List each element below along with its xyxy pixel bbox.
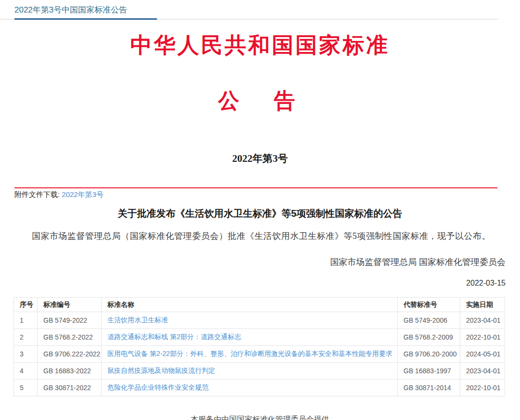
standard-name-link[interactable]: 鼠疫自然疫源地及动物鼠疫流行判定	[107, 367, 215, 374]
cell-name: 生活饮用水卫生标准	[102, 312, 398, 329]
table-row: 5 GB 30871-2022 危险化学品企业特殊作业安全规范 GB 30871…	[14, 380, 505, 396]
cell-index: 2	[14, 329, 38, 346]
col-header-index: 序号	[14, 298, 38, 312]
cell-index: 3	[14, 346, 38, 363]
cell-name: 危险化学品企业特殊作业安全规范	[102, 380, 398, 396]
col-header-replaces: 代替标准号	[398, 298, 460, 312]
announcement-signature: 国家市场监督管理总局 国家标准化管理委员会	[0, 256, 506, 268]
cell-index: 1	[14, 312, 38, 329]
cell-effective: 2024-05-01	[460, 346, 505, 363]
attachment-download-link[interactable]: 2022年第3号	[62, 190, 104, 198]
cell-index: 4	[14, 363, 38, 380]
service-provider-note: 本服务由中国国家标准化管理委员会提供	[0, 415, 520, 420]
table-row: 2 GB 5768.2-2022 道路交通标志和标线 第2部分：道路交通标志 G…	[14, 329, 505, 346]
cell-effective: 2022-10-01	[460, 380, 505, 396]
cell-replaces: GB 5768.2-2009	[398, 329, 460, 346]
cell-replaces: GB 5749-2006	[398, 312, 460, 329]
standard-name-link[interactable]: 生活饮用水卫生标准	[107, 316, 168, 324]
attachment-label: 附件文件下载:	[14, 190, 60, 198]
cell-code: GB 9706.222-2022	[38, 346, 102, 363]
attachment-row: 附件文件下载: 2022年第3号	[14, 190, 520, 199]
standard-name-link[interactable]: 危险化学品企业特殊作业安全规范	[107, 383, 208, 391]
cell-name: 医用电气设备 第2-22部分：外科、整形、治疗和诊断用激光设备的基本安全和基本性…	[102, 346, 398, 363]
cell-replaces: GB 30871-2014	[398, 380, 460, 396]
cell-effective: 2023-04-01	[460, 312, 505, 329]
masthead-subtitle: 公 告	[0, 87, 520, 115]
cell-replaces: GB 16883-1997	[398, 363, 460, 380]
table-row: 4 GB 16883-2022 鼠疫自然疫源地及动物鼠疫流行判定 GB 1688…	[14, 363, 505, 380]
tab-announcement-2022-no3[interactable]: 2022年第3号中国国家标准公告	[14, 4, 127, 15]
table-header-row: 序号 标准编号 标准名称 代替标准号 实施日期	[14, 298, 505, 312]
cell-code: GB 5749-2022	[38, 312, 102, 329]
active-tab-underline	[14, 18, 157, 20]
table-row: 3 GB 9706.222-2022 医用电气设备 第2-22部分：外科、整形、…	[14, 346, 505, 363]
cell-code: GB 30871-2022	[38, 380, 102, 396]
issue-number: 2022年第3号	[0, 152, 520, 165]
col-header-effective: 实施日期	[460, 298, 505, 312]
cell-index: 5	[14, 380, 38, 396]
cell-effective: 2022-10-01	[460, 329, 505, 346]
announcement-body: 国家市场监督管理总局（国家标准化管理委员会）批准《生活饮用水卫生标准》等5项强制…	[14, 230, 506, 242]
masthead-title: 中华人民共和国国家标准	[0, 31, 520, 60]
cell-name: 鼠疫自然疫源地及动物鼠疫流行判定	[102, 363, 398, 380]
col-header-name: 标准名称	[102, 298, 398, 312]
cell-replaces: GB 9706.20-2000	[398, 346, 460, 363]
cell-name: 道路交通标志和标线 第2部分：道路交通标志	[102, 329, 398, 346]
tab-bar: 2022年第3号中国国家标准公告	[0, 0, 520, 20]
red-divider-line	[14, 187, 497, 188]
announcement-title: 关于批准发布《生活饮用水卫生标准》等5项强制性国家标准的公告	[0, 207, 520, 220]
cell-code: GB 16883-2022	[38, 363, 102, 380]
standards-table: 序号 标准编号 标准名称 代替标准号 实施日期 1 GB 5749-2022 生…	[13, 297, 505, 396]
standard-name-link[interactable]: 医用电气设备 第2-22部分：外科、整形、治疗和诊断用激光设备的基本安全和基本性…	[107, 350, 392, 357]
cell-effective: 2023-04-01	[460, 363, 505, 380]
table-row: 1 GB 5749-2022 生活饮用水卫生标准 GB 5749-2006 20…	[14, 312, 505, 329]
announcement-date: 2022-03-15	[0, 279, 506, 288]
col-header-code: 标准编号	[38, 298, 102, 312]
standard-name-link[interactable]: 道路交通标志和标线 第2部分：道路交通标志	[107, 333, 241, 341]
cell-code: GB 5768.2-2022	[38, 329, 102, 346]
